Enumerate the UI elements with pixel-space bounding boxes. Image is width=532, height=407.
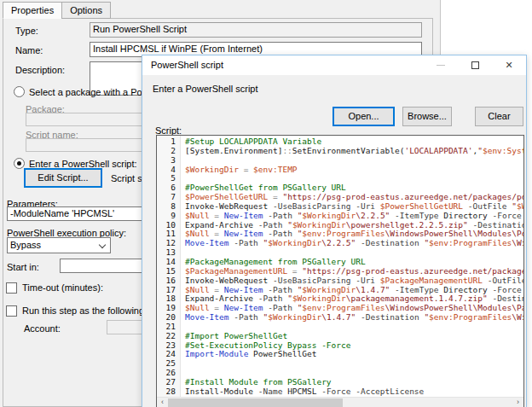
line-number: 1 [157,137,180,147]
powershell-script-dialog: PowerShell script ✕ Enter a PowerShell s… [142,55,527,407]
line-number: 5 [157,174,180,183]
script-line [185,359,523,369]
maximize-icon [471,61,479,69]
open-button[interactable]: Open... [332,107,395,126]
type-field: Run PowerShell Script [90,22,422,38]
script-gutter: 1234567891011121314151617181920212223242… [157,136,181,397]
tab-properties[interactable]: Properties [3,2,62,19]
timeout-checkbox[interactable] [6,282,17,294]
minimize-button[interactable] [424,55,458,75]
dialog-subtitle: Enter a PowerShell script [153,84,258,94]
line-number: 2 [157,147,180,156]
tab-bar: Properties Options [3,2,110,19]
script-line: Import-Module PowerShellGet [185,350,523,359]
description-label: Description: [15,65,65,75]
horizontal-scrollbar[interactable]: ‹ › [157,397,523,407]
close-icon: ✕ [505,61,512,70]
script-line: Install-Module -Name HPCMSL -Force -Acce… [185,387,523,397]
select-package-radio[interactable] [14,86,25,97]
close-button[interactable]: ✕ [492,55,526,75]
execution-policy-value: Bypass [10,240,41,250]
account-label: Account: [24,323,61,334]
script-line: [System.Environment]::SetEnvironmentVari… [185,147,523,156]
name-label: Name: [15,45,43,55]
line-number: 28 [157,387,180,397]
start-in-label: Start in: [7,262,39,272]
line-number: 9 [157,212,180,221]
tab-options[interactable]: Options [61,2,111,19]
line-number: 3 [157,156,180,166]
script-line: Move-Item -Path "$WorkingDir\2.2.5" -Des… [185,239,523,248]
line-number: 6 [157,183,180,193]
line-number: 4 [157,166,180,175]
caption-buttons: ✕ [424,55,526,75]
script-lines: #Setup LOCALAPPDATA Variable[System.Envi… [182,136,523,397]
clear-button[interactable]: Clear [475,107,523,126]
run-as-checkbox[interactable] [6,305,17,317]
screen: Properties Options Type: Run PowerShell … [0,0,532,407]
type-label: Type: [15,26,38,36]
script-line: $WorkingDir = $env:TEMP [185,166,523,175]
maximize-button[interactable] [458,55,492,75]
browse-button[interactable]: Browse... [402,107,452,126]
minimize-icon [437,65,445,66]
script-editor[interactable]: 1234567891011121314151617181920212223242… [156,135,524,407]
line-number: 8 [157,202,180,212]
script-line: Move-Item -Path "$WorkingDir\1.4.7" -Des… [185,313,523,323]
chevron-down-icon [99,241,106,248]
dialog-title: PowerShell script [151,55,223,75]
edit-script-button[interactable]: Edit Script... [24,168,102,188]
line-number: 22 [157,332,180,341]
timeout-label: Time-out (minutes): [22,282,103,293]
dialog-titlebar[interactable]: PowerShell script ✕ [142,55,526,75]
line-number: 16 [157,276,180,286]
chevron-right-icon[interactable]: › [512,398,523,407]
scrollbar-thumb[interactable] [168,398,343,407]
line-number: 7 [157,193,180,202]
execution-policy-select[interactable]: Bypass [7,237,111,253]
chevron-left-icon[interactable]: ‹ [157,398,168,407]
